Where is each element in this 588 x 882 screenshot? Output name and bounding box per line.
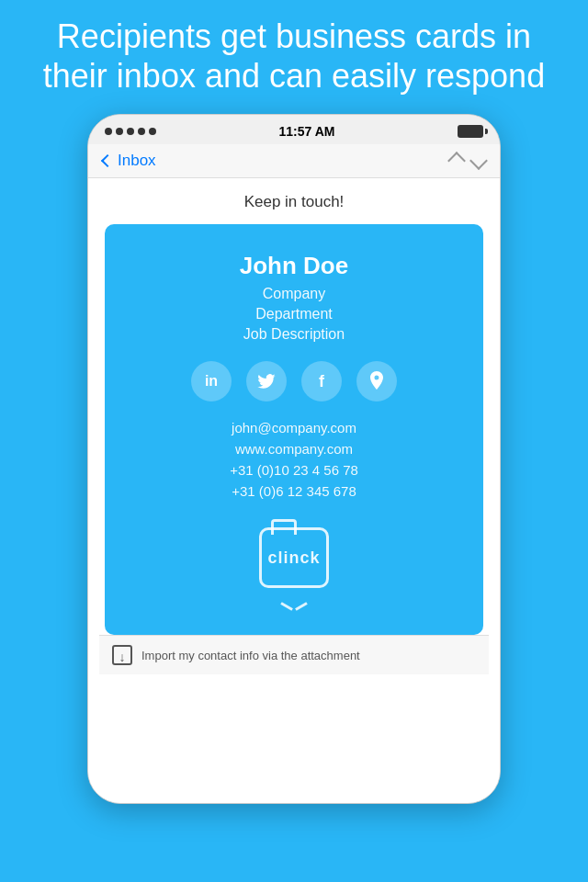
business-card: John Doe Company Department Job Descript…: [105, 224, 483, 635]
nav-arrows: [450, 154, 485, 167]
card-phone1[interactable]: +31 (0)10 23 4 56 78: [123, 462, 465, 478]
clinck-text: clinck: [267, 548, 320, 568]
dot3: [127, 128, 134, 135]
phone-frame: 11:57 AM Inbox Keep in touch! John Doe C…: [87, 114, 501, 804]
dot4: [138, 128, 145, 135]
status-bar: 11:57 AM: [88, 115, 500, 144]
card-company: Company: [123, 286, 465, 302]
email-subject: Keep in touch!: [99, 193, 489, 211]
hero-line2: their inbox and can easily respond: [43, 57, 545, 95]
clinck-logo: clinck: [253, 525, 335, 607]
card-name: John Doe: [123, 252, 465, 280]
card-website[interactable]: www.company.com: [123, 441, 465, 457]
phone-mockup: 11:57 AM Inbox Keep in touch! John Doe C…: [0, 114, 588, 804]
location-icon[interactable]: [356, 361, 397, 401]
prev-message-button[interactable]: [447, 152, 466, 170]
linkedin-icon[interactable]: in: [191, 361, 232, 401]
hero-line1: Recipients get business cards in: [57, 17, 531, 55]
clinck-box-icon: clinck: [259, 527, 329, 588]
nav-bar: Inbox: [88, 144, 500, 178]
battery-icon: [458, 125, 483, 138]
back-button[interactable]: Inbox: [103, 152, 156, 170]
twitter-icon[interactable]: [246, 361, 287, 401]
card-department: Department: [123, 306, 465, 322]
inbox-label: Inbox: [118, 152, 156, 170]
card-job-description: Job Description: [123, 326, 465, 343]
next-message-button[interactable]: [469, 152, 488, 170]
dot5: [149, 128, 156, 135]
social-icons-row: in f: [123, 361, 465, 401]
hero-text: Recipients get business cards in their i…: [0, 0, 588, 105]
dot2: [116, 128, 123, 135]
chevron-left-icon: [101, 154, 114, 167]
import-footer: Import my contact info via the attachmen…: [99, 635, 489, 674]
facebook-icon[interactable]: f: [301, 361, 342, 401]
card-email[interactable]: john@company.com: [123, 420, 465, 435]
dot1: [105, 128, 112, 135]
card-phone2[interactable]: +31 (0)6 12 345 678: [123, 483, 465, 499]
import-attachment-icon: [112, 645, 132, 665]
email-content: Keep in touch! John Doe Company Departme…: [88, 178, 500, 803]
import-label[interactable]: Import my contact info via the attachmen…: [141, 649, 360, 662]
signal-dots: [105, 128, 156, 135]
status-time: 11:57 AM: [279, 124, 335, 139]
clinck-chevron-icon: [281, 590, 307, 605]
